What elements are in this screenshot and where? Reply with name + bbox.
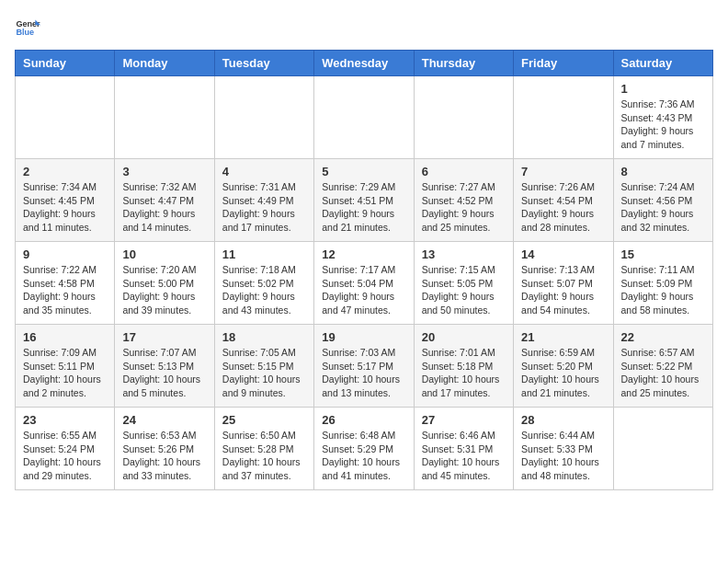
- calendar-cell: 19Sunrise: 7:03 AM Sunset: 5:17 PM Dayli…: [314, 325, 414, 408]
- calendar-cell: 1Sunrise: 7:36 AM Sunset: 4:43 PM Daylig…: [613, 76, 712, 159]
- col-header-sunday: Sunday: [16, 51, 115, 76]
- calendar-cell: 14Sunrise: 7:13 AM Sunset: 5:07 PM Dayli…: [514, 242, 613, 325]
- day-info: Sunrise: 7:34 AM Sunset: 4:45 PM Dayligh…: [23, 180, 107, 235]
- day-number: 4: [222, 165, 306, 178]
- logo: General Blue: [15, 15, 40, 40]
- day-info: Sunrise: 7:36 AM Sunset: 4:43 PM Dayligh…: [621, 98, 705, 152]
- calendar-cell: 20Sunrise: 7:01 AM Sunset: 5:18 PM Dayli…: [414, 325, 513, 408]
- calendar-cell: 3Sunrise: 7:32 AM Sunset: 4:47 PM Daylig…: [115, 159, 214, 242]
- calendar-cell: [514, 76, 613, 159]
- day-number: 9: [23, 247, 107, 261]
- calendar-cell: 7Sunrise: 7:26 AM Sunset: 4:54 PM Daylig…: [514, 159, 613, 242]
- calendar-cell: 10Sunrise: 7:20 AM Sunset: 5:00 PM Dayli…: [115, 242, 214, 325]
- day-number: 16: [23, 330, 107, 344]
- day-number: 27: [422, 413, 506, 427]
- day-number: 1: [621, 82, 705, 96]
- day-number: 3: [122, 165, 206, 178]
- day-info: Sunrise: 6:44 AM Sunset: 5:33 PM Dayligh…: [521, 429, 605, 483]
- svg-text:Blue: Blue: [16, 28, 34, 37]
- day-number: 26: [322, 413, 405, 427]
- calendar: SundayMondayTuesdayWednesdayThursdayFrid…: [15, 50, 713, 490]
- day-info: Sunrise: 6:50 AM Sunset: 5:28 PM Dayligh…: [222, 429, 306, 483]
- day-info: Sunrise: 6:48 AM Sunset: 5:29 PM Dayligh…: [322, 429, 405, 483]
- day-info: Sunrise: 7:26 AM Sunset: 4:54 PM Dayligh…: [521, 180, 605, 235]
- calendar-cell: 26Sunrise: 6:48 AM Sunset: 5:29 PM Dayli…: [314, 408, 414, 490]
- calendar-cell: 22Sunrise: 6:57 AM Sunset: 5:22 PM Dayli…: [613, 325, 712, 408]
- day-number: 24: [122, 413, 206, 427]
- calendar-cell: 4Sunrise: 7:31 AM Sunset: 4:49 PM Daylig…: [214, 159, 313, 242]
- day-info: Sunrise: 7:31 AM Sunset: 4:49 PM Dayligh…: [222, 180, 306, 235]
- col-header-saturday: Saturday: [613, 51, 712, 76]
- day-info: Sunrise: 7:22 AM Sunset: 4:58 PM Dayligh…: [23, 263, 107, 317]
- calendar-cell: 27Sunrise: 6:46 AM Sunset: 5:31 PM Dayli…: [414, 408, 513, 490]
- calendar-cell: 6Sunrise: 7:27 AM Sunset: 4:52 PM Daylig…: [414, 159, 513, 242]
- day-number: 17: [122, 330, 206, 344]
- col-header-wednesday: Wednesday: [314, 51, 414, 76]
- day-number: 12: [322, 247, 405, 261]
- logo-icon: General Blue: [15, 15, 40, 40]
- col-header-monday: Monday: [115, 51, 214, 76]
- week-row-1: 1Sunrise: 7:36 AM Sunset: 4:43 PM Daylig…: [16, 76, 713, 159]
- day-info: Sunrise: 7:01 AM Sunset: 5:18 PM Dayligh…: [422, 346, 506, 400]
- header: General Blue: [15, 15, 713, 40]
- day-info: Sunrise: 7:17 AM Sunset: 5:04 PM Dayligh…: [322, 263, 405, 317]
- calendar-cell: 28Sunrise: 6:44 AM Sunset: 5:33 PM Dayli…: [514, 408, 613, 490]
- day-number: 5: [322, 165, 405, 178]
- day-info: Sunrise: 7:32 AM Sunset: 4:47 PM Dayligh…: [122, 180, 206, 235]
- day-number: 6: [422, 165, 506, 178]
- week-row-4: 16Sunrise: 7:09 AM Sunset: 5:11 PM Dayli…: [16, 325, 713, 408]
- calendar-cell: 16Sunrise: 7:09 AM Sunset: 5:11 PM Dayli…: [16, 325, 115, 408]
- week-row-3: 9Sunrise: 7:22 AM Sunset: 4:58 PM Daylig…: [16, 242, 713, 325]
- day-info: Sunrise: 7:09 AM Sunset: 5:11 PM Dayligh…: [23, 346, 107, 400]
- day-info: Sunrise: 7:15 AM Sunset: 5:05 PM Dayligh…: [422, 263, 506, 317]
- day-number: 13: [422, 247, 506, 261]
- day-info: Sunrise: 6:59 AM Sunset: 5:20 PM Dayligh…: [521, 346, 605, 400]
- calendar-cell: 21Sunrise: 6:59 AM Sunset: 5:20 PM Dayli…: [514, 325, 613, 408]
- calendar-cell: [414, 76, 513, 159]
- day-number: 18: [222, 330, 306, 344]
- day-number: 20: [422, 330, 506, 344]
- day-info: Sunrise: 7:24 AM Sunset: 4:56 PM Dayligh…: [621, 180, 705, 235]
- day-number: 14: [521, 247, 605, 261]
- day-number: 19: [322, 330, 405, 344]
- day-number: 10: [122, 247, 206, 261]
- day-info: Sunrise: 6:53 AM Sunset: 5:26 PM Dayligh…: [122, 429, 206, 483]
- calendar-cell: [314, 76, 414, 159]
- calendar-cell: 15Sunrise: 7:11 AM Sunset: 5:09 PM Dayli…: [613, 242, 712, 325]
- day-number: 11: [222, 247, 306, 261]
- day-info: Sunrise: 6:55 AM Sunset: 5:24 PM Dayligh…: [23, 429, 107, 483]
- day-info: Sunrise: 7:07 AM Sunset: 5:13 PM Dayligh…: [122, 346, 206, 400]
- calendar-cell: 12Sunrise: 7:17 AM Sunset: 5:04 PM Dayli…: [314, 242, 414, 325]
- day-info: Sunrise: 7:05 AM Sunset: 5:15 PM Dayligh…: [222, 346, 306, 400]
- day-number: 15: [621, 247, 705, 261]
- calendar-cell: [613, 408, 712, 490]
- day-number: 21: [521, 330, 605, 344]
- calendar-cell: [214, 76, 313, 159]
- calendar-cell: 5Sunrise: 7:29 AM Sunset: 4:51 PM Daylig…: [314, 159, 414, 242]
- calendar-cell: 11Sunrise: 7:18 AM Sunset: 5:02 PM Dayli…: [214, 242, 313, 325]
- calendar-cell: 17Sunrise: 7:07 AM Sunset: 5:13 PM Dayli…: [115, 325, 214, 408]
- day-number: 8: [621, 165, 705, 178]
- calendar-cell: 13Sunrise: 7:15 AM Sunset: 5:05 PM Dayli…: [414, 242, 513, 325]
- calendar-cell: 9Sunrise: 7:22 AM Sunset: 4:58 PM Daylig…: [16, 242, 115, 325]
- day-info: Sunrise: 6:57 AM Sunset: 5:22 PM Dayligh…: [621, 346, 705, 400]
- calendar-cell: 24Sunrise: 6:53 AM Sunset: 5:26 PM Dayli…: [115, 408, 214, 490]
- week-row-5: 23Sunrise: 6:55 AM Sunset: 5:24 PM Dayli…: [16, 408, 713, 490]
- day-number: 28: [521, 413, 605, 427]
- day-info: Sunrise: 7:27 AM Sunset: 4:52 PM Dayligh…: [422, 180, 506, 235]
- calendar-cell: [115, 76, 214, 159]
- day-info: Sunrise: 6:46 AM Sunset: 5:31 PM Dayligh…: [422, 429, 506, 483]
- calendar-cell: 23Sunrise: 6:55 AM Sunset: 5:24 PM Dayli…: [16, 408, 115, 490]
- day-info: Sunrise: 7:11 AM Sunset: 5:09 PM Dayligh…: [621, 263, 705, 317]
- col-header-friday: Friday: [514, 51, 613, 76]
- day-info: Sunrise: 7:29 AM Sunset: 4:51 PM Dayligh…: [322, 180, 405, 235]
- col-header-thursday: Thursday: [414, 51, 513, 76]
- calendar-cell: 18Sunrise: 7:05 AM Sunset: 5:15 PM Dayli…: [214, 325, 313, 408]
- day-info: Sunrise: 7:03 AM Sunset: 5:17 PM Dayligh…: [322, 346, 405, 400]
- col-header-tuesday: Tuesday: [214, 51, 313, 76]
- day-number: 22: [621, 330, 705, 344]
- calendar-cell: 8Sunrise: 7:24 AM Sunset: 4:56 PM Daylig…: [613, 159, 712, 242]
- calendar-cell: 25Sunrise: 6:50 AM Sunset: 5:28 PM Dayli…: [214, 408, 313, 490]
- day-info: Sunrise: 7:13 AM Sunset: 5:07 PM Dayligh…: [521, 263, 605, 317]
- day-number: 23: [23, 413, 107, 427]
